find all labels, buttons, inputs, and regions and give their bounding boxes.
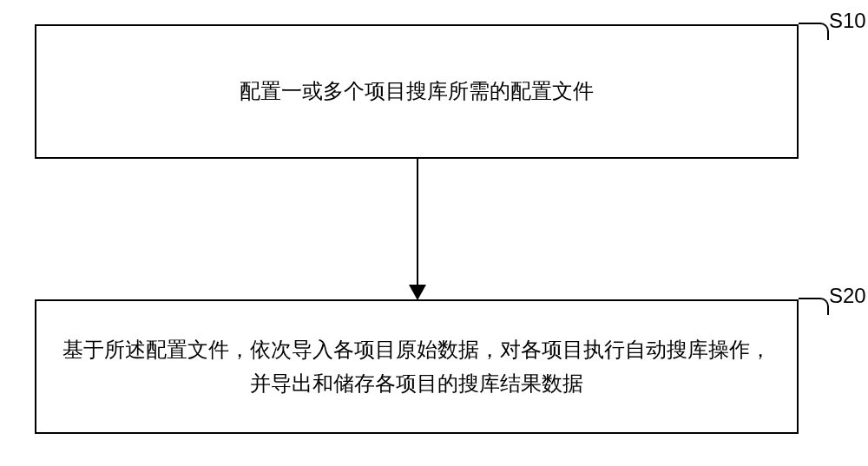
- step-text: 配置一或多个项目搜库所需的配置文件: [240, 75, 594, 108]
- callout-connector: [799, 23, 829, 40]
- step-box-s10: 配置一或多个项目搜库所需的配置文件: [35, 24, 799, 159]
- step-label-s20: S20: [829, 284, 866, 308]
- step-box-s20: 基于所述配置文件，依次导入各项目原始数据，对各项目执行自动搜库操作，并导出和储存…: [35, 299, 799, 434]
- callout-connector: [799, 298, 829, 315]
- flowchart-diagram: 配置一或多个项目搜库所需的配置文件 S10 基于所述配置文件，依次导入各项目原始…: [0, 0, 868, 466]
- arrow-line: [417, 159, 418, 287]
- arrow-head-icon: [409, 285, 426, 300]
- step-text: 基于所述配置文件，依次导入各项目原始数据，对各项目执行自动搜库操作，并导出和储存…: [54, 333, 779, 400]
- step-label-s10: S10: [829, 9, 866, 33]
